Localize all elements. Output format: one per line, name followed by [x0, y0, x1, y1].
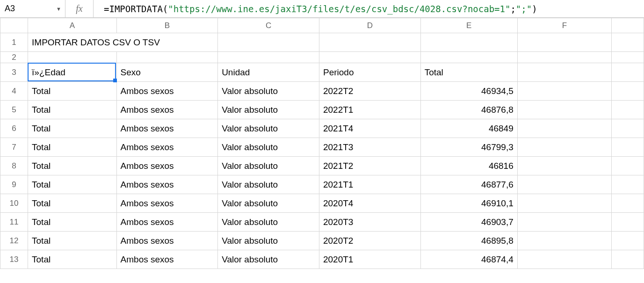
cell[interactable]	[517, 138, 611, 157]
row-header[interactable]: 9	[0, 175, 28, 194]
cell[interactable]: Valor absoluto	[218, 119, 319, 138]
cell[interactable]	[612, 194, 644, 213]
cell[interactable]: 46877,6	[420, 175, 517, 194]
row-header[interactable]: 12	[0, 232, 28, 250]
cell[interactable]: Total	[28, 213, 117, 232]
cell[interactable]	[517, 250, 611, 269]
cell[interactable]	[517, 175, 611, 194]
cell[interactable]	[517, 52, 611, 63]
cell[interactable]: 2021T1	[319, 175, 420, 194]
cell[interactable]: 2020T4	[319, 194, 420, 213]
col-header-e[interactable]: E	[420, 18, 517, 33]
col-header-b[interactable]: B	[116, 18, 218, 33]
cell[interactable]: Valor absoluto	[218, 250, 319, 269]
row-header[interactable]: 8	[0, 157, 28, 175]
cell[interactable]: 46874,4	[420, 250, 517, 269]
cell[interactable]	[612, 157, 644, 175]
row-header[interactable]: 7	[0, 138, 28, 157]
cell[interactable]: 2022T1	[319, 101, 420, 119]
cell[interactable]: Total	[28, 157, 117, 175]
spreadsheet-grid[interactable]: A B C D E F 1 IMPORTAR DATOS CSV O TSV 2…	[0, 18, 644, 269]
row-header[interactable]: 13	[0, 250, 28, 269]
select-all-corner[interactable]	[0, 18, 28, 33]
cell[interactable]: 2021T3	[319, 138, 420, 157]
cell[interactable]: 46910,1	[420, 194, 517, 213]
cell[interactable]: Sexo	[116, 63, 218, 82]
name-box[interactable]: A3 ▼	[0, 0, 65, 17]
formula-input[interactable]: =IMPORTDATA("https://www.ine.es/jaxiT3/f…	[94, 0, 644, 17]
col-header-blank[interactable]	[612, 18, 644, 33]
cell[interactable]: Ambos sexos	[116, 82, 218, 101]
cell[interactable]	[612, 52, 644, 63]
chevron-down-icon[interactable]: ▼	[56, 6, 61, 12]
cell[interactable]: Valor absoluto	[218, 175, 319, 194]
cell[interactable]: Periodo	[319, 63, 420, 82]
cell[interactable]: Valor absoluto	[218, 82, 319, 101]
col-header-f[interactable]: F	[517, 18, 611, 33]
cell[interactable]: Ambos sexos	[116, 175, 218, 194]
cell[interactable]	[517, 63, 611, 82]
cell-a3-active[interactable]: ï»¿Edad	[28, 63, 117, 82]
cell[interactable]: Valor absoluto	[218, 101, 319, 119]
cell[interactable]	[517, 157, 611, 175]
fx-icon[interactable]: fx	[65, 0, 94, 17]
cell[interactable]	[116, 52, 218, 63]
cell[interactable]: Ambos sexos	[116, 138, 218, 157]
cell-a1-title[interactable]: IMPORTAR DATOS CSV O TSV	[28, 33, 218, 52]
cell[interactable]: Total	[28, 101, 117, 119]
cell[interactable]: 46876,8	[420, 101, 517, 119]
cell[interactable]: Ambos sexos	[116, 119, 218, 138]
row-header[interactable]: 5	[0, 101, 28, 119]
cell[interactable]	[612, 101, 644, 119]
cell[interactable]: Ambos sexos	[116, 101, 218, 119]
cell[interactable]: Ambos sexos	[116, 213, 218, 232]
cell[interactable]	[218, 33, 319, 52]
cell[interactable]	[612, 138, 644, 157]
cell[interactable]: Valor absoluto	[218, 194, 319, 213]
cell[interactable]: Valor absoluto	[218, 157, 319, 175]
cell[interactable]: Ambos sexos	[116, 232, 218, 250]
cell[interactable]: 2021T4	[319, 119, 420, 138]
cell[interactable]: Valor absoluto	[218, 213, 319, 232]
cell[interactable]: 46799,3	[420, 138, 517, 157]
cell[interactable]: Valor absoluto	[218, 138, 319, 157]
cell[interactable]: Total	[28, 138, 117, 157]
cell[interactable]	[612, 232, 644, 250]
cell[interactable]	[517, 232, 611, 250]
cell[interactable]: Ambos sexos	[116, 194, 218, 213]
cell[interactable]: Total	[28, 232, 117, 250]
row-header[interactable]: 1	[0, 33, 28, 52]
cell[interactable]	[517, 119, 611, 138]
cell[interactable]	[517, 33, 611, 52]
col-header-a[interactable]: A	[28, 18, 117, 33]
row-header[interactable]: 4	[0, 82, 28, 101]
cell[interactable]	[612, 250, 644, 269]
cell[interactable]	[517, 194, 611, 213]
cell[interactable]: Total	[28, 119, 117, 138]
row-header[interactable]: 6	[0, 119, 28, 138]
col-header-c[interactable]: C	[218, 18, 319, 33]
col-header-d[interactable]: D	[319, 18, 420, 33]
cell[interactable]: Total	[28, 194, 117, 213]
cell[interactable]: 46934,5	[420, 82, 517, 101]
cell[interactable]	[28, 52, 117, 63]
cell[interactable]: Unidad	[218, 63, 319, 82]
cell[interactable]	[420, 33, 517, 52]
cell[interactable]	[319, 33, 420, 52]
cell[interactable]: Total	[28, 82, 117, 101]
cell[interactable]: 2020T2	[319, 232, 420, 250]
cell[interactable]	[517, 101, 611, 119]
cell[interactable]	[612, 119, 644, 138]
cell[interactable]	[517, 213, 611, 232]
cell[interactable]	[612, 175, 644, 194]
cell[interactable]	[612, 82, 644, 101]
cell[interactable]	[612, 63, 644, 82]
cell[interactable]: 46816	[420, 157, 517, 175]
cell[interactable]	[319, 52, 420, 63]
cell[interactable]: 2022T2	[319, 82, 420, 101]
cell[interactable]	[218, 52, 319, 63]
cell[interactable]	[517, 82, 611, 101]
cell[interactable]: Valor absoluto	[218, 232, 319, 250]
cell[interactable]: 46903,7	[420, 213, 517, 232]
cell[interactable]: 46849	[420, 119, 517, 138]
